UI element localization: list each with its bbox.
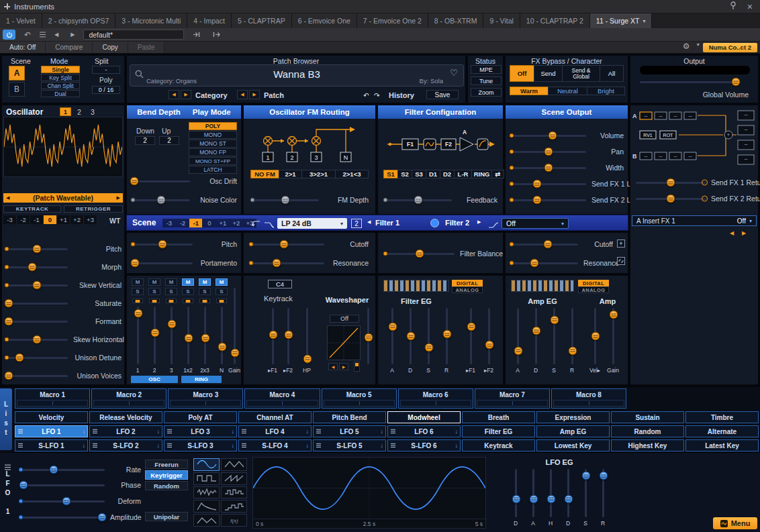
amp-gain-slider[interactable]	[612, 308, 614, 364]
osc-tab-1[interactable]: 1	[60, 107, 71, 116]
menu-lines-icon[interactable]	[242, 431, 246, 431]
zoom-button[interactable]: Zoom	[471, 88, 502, 97]
arrow-down-icon[interactable]: ↓	[455, 442, 459, 449]
osc-tab-3[interactable]: 3	[91, 108, 95, 116]
mod-list-tab[interactable]: List	[0, 388, 12, 450]
mode-key-split-button[interactable]: Key Split	[41, 74, 80, 81]
filter-eg-to-f2-slider[interactable]	[488, 308, 490, 364]
config-serial-1[interactable]: S1	[383, 170, 397, 178]
prev-wavetable-icon[interactable]: ◀	[6, 195, 9, 201]
pin-icon[interactable]	[726, 1, 740, 11]
mute-noise-button[interactable]: M	[216, 278, 228, 286]
config-serial-2[interactable]: S2	[397, 170, 412, 178]
controller-mapping-button[interactable]: Numa Co..ct 2	[703, 43, 757, 52]
fx-bypass-send-global-button[interactable]: Send & Global	[562, 65, 600, 82]
filter-eg-display[interactable]	[383, 280, 449, 292]
scene-octave-plus1[interactable]: +1	[216, 219, 230, 227]
mod-sustain[interactable]: Sustain	[611, 411, 684, 423]
filter-eg-attack-slider[interactable]	[391, 308, 393, 364]
route-ring12[interactable]	[183, 299, 193, 303]
macro-1[interactable]: Macro 1	[15, 388, 90, 409]
route-osc3[interactable]	[166, 299, 177, 303]
lfo-phase-slider[interactable]: Phase	[20, 480, 141, 490]
split-point-value[interactable]: -	[92, 66, 120, 74]
lfo-name-label[interactable]: LFO 1	[4, 470, 11, 517]
amp-eg-decay-slider[interactable]	[535, 308, 537, 364]
scene-octave-0[interactable]: 0	[203, 219, 216, 227]
octave-plus-3[interactable]: +3	[84, 215, 97, 224]
instrument-tab-11-selected[interactable]: 11 - Surge XT▾	[590, 13, 653, 28]
config-dual-2[interactable]: D2	[440, 170, 454, 178]
lfo-freerun-button[interactable]: Freerun	[145, 460, 188, 469]
instrument-tab-9[interactable]: 9 - Vital	[483, 13, 520, 28]
oscillator-waveform-display[interactable]	[3, 117, 123, 177]
osc-unison-detune-slider[interactable]: Unison Detune	[6, 353, 122, 362]
menu-lines-icon[interactable]	[391, 431, 395, 431]
solo-osc2-button[interactable]: S	[148, 288, 160, 295]
filter1-subtype-button[interactable]: 2	[351, 219, 362, 228]
next-preset-icon[interactable]: ▶	[67, 32, 78, 38]
mod-amp-eg[interactable]: Amp EG	[536, 425, 610, 437]
arrow-down-icon[interactable]: ↓	[232, 442, 235, 449]
close-icon[interactable]: ×	[744, 1, 756, 12]
preset-selector[interactable]: default*	[83, 30, 184, 40]
filter-eg-analog-toggle[interactable]: ANALOG	[452, 286, 483, 293]
filter-route-icon[interactable]	[430, 219, 439, 227]
menu-lines-icon[interactable]	[18, 431, 23, 431]
insert-after-icon[interactable]	[209, 30, 224, 40]
osc-morph-slider[interactable]: Morph	[6, 262, 122, 272]
device-power-button[interactable]	[3, 30, 15, 40]
lfo-shape-mseg[interactable]	[193, 514, 220, 527]
mute-osc3-button[interactable]: M	[165, 278, 177, 286]
macro-5[interactable]: Macro 5	[322, 388, 397, 409]
osc-skew-horizontal-slider[interactable]: Skew Horizontal	[6, 335, 122, 344]
play-mode-poly[interactable]: POLY	[189, 122, 237, 130]
character-warm-button[interactable]: Warm	[510, 87, 548, 95]
lfo-eg-attack-slider[interactable]	[532, 469, 534, 517]
automation-mode-button[interactable]: Auto: Off	[0, 42, 46, 53]
keytrack-toggle[interactable]: KEYTRACK	[3, 205, 61, 213]
surge-menu-button[interactable]: Menu	[713, 517, 757, 529]
lfo-shape-sample-hold[interactable]	[221, 486, 247, 499]
instrument-tab-6[interactable]: 6 - Emvoice One	[292, 13, 357, 28]
history-button[interactable]: History	[389, 91, 414, 99]
keytrack-f2-slider[interactable]	[287, 308, 289, 364]
fm-route-2to1[interactable]: 2>1	[279, 170, 301, 178]
mod-filter-eg[interactable]: Filter EG	[462, 425, 535, 437]
arrow-down-icon[interactable]: ↓	[306, 442, 310, 449]
lfo-shape-noise[interactable]	[193, 486, 220, 499]
config-serial-3[interactable]: S3	[412, 170, 426, 178]
waveshaper-drive-slider[interactable]	[367, 308, 369, 364]
keytrack-f1-slider[interactable]	[272, 308, 274, 364]
lfo-shape-triangle[interactable]	[221, 458, 247, 471]
mod-slfo2[interactable]: S-LFO 2↓	[89, 439, 162, 451]
osc-unison-voices-slider[interactable]: Unison Voices	[6, 371, 122, 380]
next-wavetable-icon[interactable]: ▶	[117, 195, 120, 201]
mode-single-button[interactable]: Single	[41, 66, 80, 73]
menu-lines-icon[interactable]	[18, 445, 23, 445]
arrow-down-icon[interactable]: ↓	[157, 442, 160, 449]
macro-3[interactable]: Macro 3	[168, 388, 243, 409]
solo-osc3-button[interactable]: S	[165, 288, 177, 295]
macro-value-strip[interactable]	[170, 400, 241, 407]
route-osc1[interactable]	[132, 299, 143, 303]
lfo-shape-step-seq[interactable]	[221, 500, 247, 513]
poly-count-value[interactable]: 0 / 16	[92, 86, 120, 94]
arrow-down-icon[interactable]: ↓	[83, 442, 86, 449]
retrigger-toggle[interactable]: RETRIGGER	[64, 205, 123, 213]
instrument-tab-7[interactable]: 7 - Emvoice One 2	[357, 13, 428, 28]
portamento-slider[interactable]: Portamento	[132, 258, 237, 268]
octave-minus-2[interactable]: -2	[17, 215, 30, 224]
macro-value-strip[interactable]	[246, 400, 318, 407]
mod-lfo1-selected[interactable]: LFO 1↓	[15, 425, 88, 437]
octave-plus-2[interactable]: +2	[70, 215, 84, 224]
config-dual-1[interactable]: D1	[426, 170, 440, 178]
lfo-rate-slider[interactable]: Rate	[20, 465, 141, 474]
lfo-waveform-display[interactable]: 0 s 2.5 s 5 s	[252, 457, 486, 529]
level-noise-fader[interactable]	[221, 307, 223, 364]
category-nav-label[interactable]: Category	[195, 91, 228, 99]
filter2-link-icon[interactable]	[617, 257, 625, 265]
chevron-down-icon[interactable]: ▾	[694, 42, 703, 53]
arrow-down-icon[interactable]: ↓	[157, 428, 160, 435]
mod-lfo2[interactable]: LFO 2↓	[89, 425, 162, 437]
